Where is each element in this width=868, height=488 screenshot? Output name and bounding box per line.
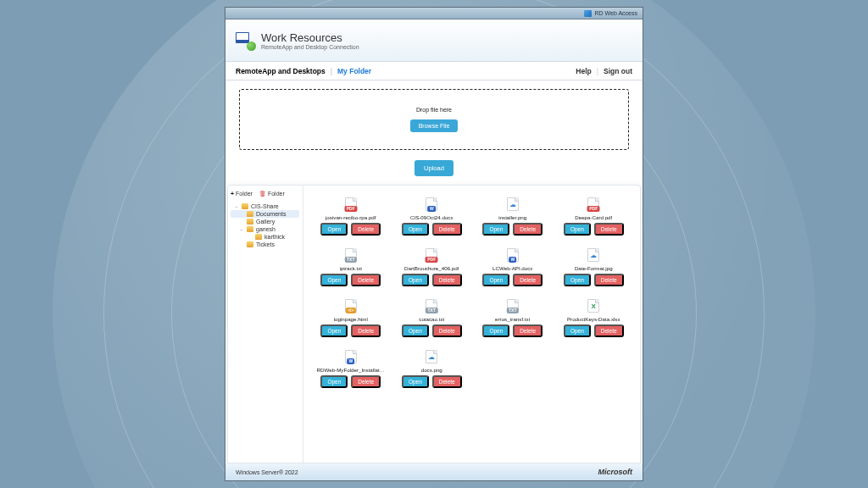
help-link[interactable]: Help xyxy=(576,67,591,75)
tree-node-gallery[interactable]: Gallery xyxy=(231,218,299,225)
file-name: Date-Format.jpg xyxy=(575,265,613,271)
file-name: DartBrouchure_406.pdf xyxy=(404,265,459,271)
tree-node-karthick[interactable]: karthick xyxy=(231,233,299,241)
file-icon: W xyxy=(426,196,437,211)
file-dropzone[interactable]: Drop file here Browse File xyxy=(239,89,629,150)
file-card: ☁Date-Format.jpgOpenDelete xyxy=(554,239,635,290)
file-icon: ☁ xyxy=(587,247,599,262)
folder-icon xyxy=(247,241,253,247)
file-card: TXTerros_transf.txtOpenDelete xyxy=(472,290,554,341)
open-button[interactable]: Open xyxy=(320,223,348,236)
upload-button[interactable]: Upload xyxy=(415,160,453,176)
delete-button[interactable]: Delete xyxy=(513,274,542,286)
delete-button[interactable]: Delete xyxy=(432,324,462,337)
file-card: PDFDeepa-Card.pdfOpenDelete xyxy=(554,188,635,239)
file-icon: TXT xyxy=(507,297,519,313)
file-card: ☁installer.pngOpenDelete xyxy=(472,188,554,239)
caret-icon: − xyxy=(234,204,239,209)
delete-folder-button[interactable]: 🗑 Folder xyxy=(259,190,285,197)
folder-sidebar: + Folder 🗑 Folder −CIS-ShareDocumentsGal… xyxy=(227,185,303,463)
delete-button[interactable]: Delete xyxy=(513,324,542,337)
caret-icon: − xyxy=(239,227,244,232)
tab-my-folder[interactable]: My Folder xyxy=(337,67,371,75)
tree-node-ganesh[interactable]: −ganesh xyxy=(231,225,299,233)
open-button[interactable]: Open xyxy=(564,274,591,286)
file-card: TXTiptrack.txtOpenDelete xyxy=(310,239,392,290)
file-name: josivan-recibo-rpa.pdf xyxy=(326,214,376,220)
tree-node-tickets[interactable]: Tickets xyxy=(231,241,299,248)
folder-icon xyxy=(255,234,262,240)
top-tabs: RemoteApp and Desktops | My Folder Help … xyxy=(225,62,643,80)
tree-label: Documents xyxy=(256,211,286,217)
browse-file-button[interactable]: Browse File xyxy=(410,119,459,132)
content-panel: + Folder 🗑 Folder −CIS-ShareDocumentsGal… xyxy=(227,185,641,463)
tree-label: CIS-Share xyxy=(251,203,279,209)
file-name: LCWeb-API.docx xyxy=(492,265,532,271)
page-footer: Windows Server® 2022 Microsoft xyxy=(225,463,643,480)
footer-server: Windows Server® 2022 xyxy=(236,469,298,475)
tree-label: karthick xyxy=(264,234,285,240)
file-card: TXTcotacao.txtOpenDelete xyxy=(392,290,473,341)
file-name: CIS-09Oct24.docx xyxy=(410,214,453,220)
delete-button[interactable]: Delete xyxy=(432,375,462,388)
plus-icon: + xyxy=(231,191,234,197)
open-button[interactable]: Open xyxy=(482,324,509,337)
delete-button[interactable]: Delete xyxy=(432,274,462,286)
open-button[interactable]: Open xyxy=(402,223,429,236)
tree-label: ganesh xyxy=(256,226,275,232)
open-button[interactable]: Open xyxy=(564,223,591,236)
page-title: Work Resources xyxy=(261,31,359,44)
delete-button[interactable]: Delete xyxy=(351,375,381,388)
open-button[interactable]: Open xyxy=(320,375,348,388)
tree-node-cis-share[interactable]: −CIS-Share xyxy=(231,202,299,210)
file-icon: PDF xyxy=(426,247,437,262)
file-name: installer.png xyxy=(498,214,526,220)
file-name: Deepa-Card.pdf xyxy=(575,214,612,220)
open-button[interactable]: Open xyxy=(402,324,429,337)
folder-icon xyxy=(247,226,253,232)
file-icon: </> xyxy=(345,297,357,313)
folder-icon xyxy=(247,211,253,217)
header-banner: Work Resources RemoteApp and Desktop Con… xyxy=(225,19,643,62)
delete-button[interactable]: Delete xyxy=(351,274,381,286)
open-button[interactable]: Open xyxy=(482,223,509,236)
delete-button[interactable]: Delete xyxy=(594,223,624,236)
open-button[interactable]: Open xyxy=(320,324,348,337)
file-name: loginpage.html xyxy=(334,316,368,322)
window-brand: RD Web Access xyxy=(595,10,637,16)
open-button[interactable]: Open xyxy=(482,274,509,286)
open-button[interactable]: Open xyxy=(320,274,348,286)
delete-button[interactable]: Delete xyxy=(594,274,624,286)
file-name: iptrack.txt xyxy=(340,265,362,271)
tree-node-documents[interactable]: Documents xyxy=(231,210,299,218)
delete-button[interactable]: Delete xyxy=(432,223,462,236)
sign-out-link[interactable]: Sign out xyxy=(604,67,632,75)
open-button[interactable]: Open xyxy=(402,274,429,286)
delete-button[interactable]: Delete xyxy=(351,324,381,337)
file-card: ☁docs.pngOpenDelete xyxy=(392,341,473,391)
file-icon: TXT xyxy=(345,247,357,262)
window-titlebar: RD Web Access xyxy=(225,8,643,19)
file-icon: PDF xyxy=(587,196,599,211)
file-icon: TXT xyxy=(426,297,437,313)
delete-button[interactable]: Delete xyxy=(594,324,624,337)
open-button[interactable]: Open xyxy=(402,375,429,388)
file-name: erros_transf.txt xyxy=(495,316,530,322)
file-grid: PDFjosivan-recibo-rpa.pdfOpenDeleteWCIS-… xyxy=(310,188,634,391)
file-card: XProductKeys-Data.xlsxOpenDelete xyxy=(554,290,635,341)
app-window: RD Web Access Work Resources RemoteApp a… xyxy=(225,7,643,481)
folder-tree: −CIS-ShareDocumentsGallery−ganeshkarthic… xyxy=(231,202,299,248)
delete-button[interactable]: Delete xyxy=(351,223,381,236)
tab-remoteapp[interactable]: RemoteApp and Desktops xyxy=(236,67,326,75)
delete-button[interactable]: Delete xyxy=(513,223,542,236)
file-name: ProductKeys-Data.xlsx xyxy=(567,316,620,322)
file-icon: ☁ xyxy=(426,348,437,363)
work-resources-icon xyxy=(236,32,254,49)
folder-icon xyxy=(242,203,248,209)
add-folder-button[interactable]: + Folder xyxy=(231,190,253,197)
file-icon: X xyxy=(587,297,599,313)
open-button[interactable]: Open xyxy=(564,324,591,337)
footer-vendor: Microsoft xyxy=(598,468,633,476)
file-icon: W xyxy=(345,348,357,363)
dropzone-label: Drop file here xyxy=(416,107,452,113)
